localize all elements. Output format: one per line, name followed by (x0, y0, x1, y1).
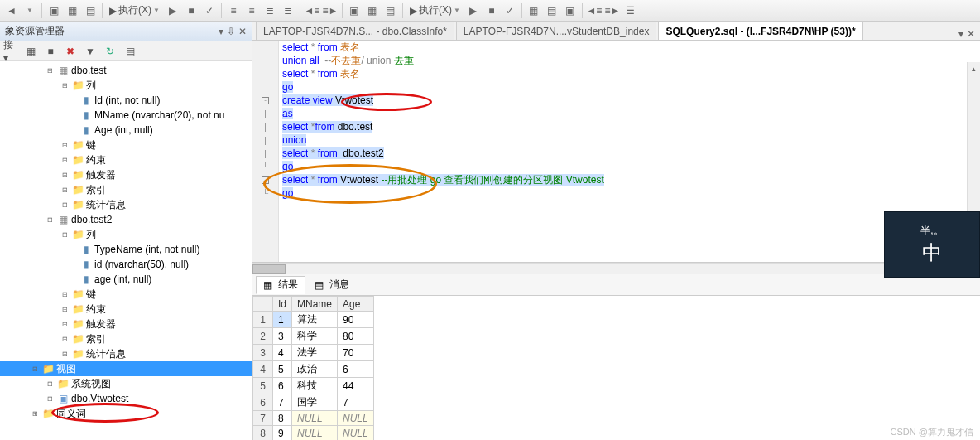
cell[interactable]: 算法 (292, 312, 338, 328)
table-row[interactable]: 67国学7 (253, 394, 374, 411)
cell[interactable]: 科学 (292, 328, 338, 345)
table-row[interactable]: 45政治6 (253, 361, 374, 378)
editor-h-scrollbar[interactable] (252, 263, 980, 274)
tool-icon-2[interactable]: ▦ (64, 2, 80, 19)
cell[interactable]: 4 (273, 345, 292, 361)
tree-column[interactable]: ▮TypeName (int, not null) (0, 242, 252, 257)
cell[interactable]: 2 (253, 328, 273, 345)
tree-folder-constraints[interactable]: ⊞📁约束 (0, 152, 252, 167)
grid-icon[interactable]: ▦ (526, 2, 542, 19)
table-row[interactable]: 56科技44 (253, 378, 374, 394)
cell[interactable]: 4 (253, 361, 273, 378)
tree-folder-keys[interactable]: ⊞📁键 (0, 287, 252, 302)
cell[interactable]: 1 (253, 312, 273, 328)
tree-folder-constraints[interactable]: ⊞📁约束 (0, 302, 252, 317)
cell[interactable]: NULL (292, 411, 338, 426)
tab-classinfo[interactable]: LAPTOP-FJSR4D7N.S... - dbo.ClassInfo* (256, 22, 454, 40)
stop-icon[interactable]: ■ (43, 44, 58, 59)
table-row[interactable]: 78NULLNULL (253, 411, 374, 426)
indent-right-icon[interactable]: ≡ (243, 2, 260, 19)
tree-folder-indexes[interactable]: ⊞📁索引 (0, 182, 252, 197)
extra-icon-1[interactable]: ◄≡ (586, 2, 603, 19)
misc-icon-c[interactable]: ▤ (382, 2, 399, 19)
cell[interactable]: 6 (338, 361, 374, 378)
cell[interactable]: 9 (273, 426, 292, 441)
tool-icon-1[interactable]: ▣ (46, 2, 62, 19)
indent-left-icon[interactable]: ≡ (225, 2, 242, 19)
stop-icon-2[interactable]: ■ (483, 2, 500, 19)
tree-folder-indexes[interactable]: ⊞📁索引 (0, 331, 252, 346)
cell[interactable]: NULL (292, 426, 338, 441)
tree-folder-synonyms[interactable]: ⊞📁同义词 (0, 406, 252, 421)
tree-folder-columns[interactable]: ⊟📁列 (0, 78, 252, 93)
cell[interactable]: NULL (338, 426, 374, 441)
outdent-icon[interactable]: ◄≡ (304, 2, 320, 19)
table-row[interactable]: 89NULLNULL (253, 426, 374, 441)
tree-column[interactable]: ▮Id (int, not null) (0, 93, 252, 108)
cell[interactable]: 8 (253, 426, 273, 441)
cell[interactable]: 法学 (292, 345, 338, 361)
pin-icon[interactable]: ⇩ (227, 26, 235, 37)
column-header[interactable]: Age (338, 297, 374, 312)
column-header[interactable]: MName (292, 297, 338, 312)
tree-column[interactable]: ▮age (int, null) (0, 272, 252, 287)
sql-editor[interactable]: - | | | | └ - └ select * from 表名 union a… (252, 41, 980, 263)
comment-icon[interactable]: ≣ (262, 2, 278, 19)
tree-view[interactable]: ⊟▦dbo.test ⊟📁列 ▮Id (int, not null) ▮MNam… (0, 61, 252, 440)
dropdown-icon[interactable]: ▾ (219, 26, 223, 37)
tab-sqlquery2[interactable]: SQLQuery2.sql - (l...FJSR4D7N\HP (53))* (658, 22, 862, 40)
filter-icon[interactable]: ▼ (83, 44, 98, 59)
connect-label[interactable]: 接 ▾ (3, 44, 18, 59)
disconnect-icon[interactable]: ▦ (23, 44, 38, 59)
tree-folder-keys[interactable]: ⊞📁键 (0, 138, 252, 152)
uncomment-icon[interactable]: ≣ (280, 2, 296, 19)
cell[interactable]: NULL (338, 411, 374, 426)
text-icon[interactable]: ▤ (544, 2, 560, 19)
tree-folder-triggers[interactable]: ⊞📁触发器 (0, 167, 252, 182)
tree-folder-sysviews[interactable]: ⊞📁系统视图 (0, 376, 252, 391)
tab-vstudentdb[interactable]: LAPTOP-FJSR4D7N....vStudentDB_index (456, 22, 657, 40)
cell[interactable]: 5 (273, 361, 292, 378)
tree-folder-stats[interactable]: ⊞📁统计信息 (0, 346, 252, 361)
column-header[interactable] (253, 297, 273, 312)
cell[interactable]: 政治 (292, 361, 338, 378)
cell[interactable]: 80 (338, 328, 374, 345)
extra-icon-3[interactable]: ☰ (622, 2, 639, 19)
tab-close-icon[interactable]: ✕ (967, 28, 975, 40)
stop-icon[interactable]: ■ (183, 2, 199, 19)
cell[interactable]: 3 (253, 345, 273, 361)
file-icon[interactable]: ▣ (562, 2, 579, 19)
misc-icon-a[interactable]: ▣ (346, 2, 363, 19)
cell[interactable]: 5 (253, 378, 273, 394)
cell[interactable]: 3 (273, 328, 292, 345)
tree-view-vtwotest[interactable]: ⊞▣dbo.Vtwotest (0, 391, 252, 406)
cell[interactable]: 90 (338, 312, 374, 328)
dropdown-icon[interactable]: ▼ (22, 2, 38, 19)
cell[interactable]: 8 (273, 411, 292, 426)
table-row[interactable]: 23科学80 (253, 328, 374, 345)
tab-results[interactable]: ▦结果 (256, 276, 305, 294)
cell[interactable]: 44 (338, 378, 374, 394)
cell[interactable]: 科技 (292, 378, 338, 394)
tree-folder-views[interactable]: ⊟📁视图 (0, 361, 252, 376)
column-header[interactable]: Id (273, 297, 292, 312)
delete-icon[interactable]: ✖ (63, 44, 78, 59)
cell[interactable]: 7 (253, 411, 273, 426)
cell[interactable]: 70 (338, 345, 374, 361)
indent-icon[interactable]: ≡► (322, 2, 339, 19)
tree-column[interactable]: ▮Age (int, null) (0, 123, 252, 138)
tree-table-test2[interactable]: ⊟▦dbo.test2 (0, 212, 252, 227)
parse-icon-2[interactable]: ✓ (502, 2, 518, 19)
tab-messages[interactable]: ▤消息 (307, 276, 357, 294)
execute-button[interactable]: ▶ 执行(X) ▼ (106, 2, 163, 19)
cell[interactable]: 6 (273, 378, 292, 394)
scroll-up-icon[interactable]: ▴ (968, 62, 980, 75)
results-grid[interactable]: IdMNameAge11算法9023科学8034法学7045政治656科技446… (252, 296, 980, 440)
report-icon[interactable]: ▤ (122, 44, 137, 59)
debug-icon-2[interactable]: ▶ (465, 2, 482, 19)
table-row[interactable]: 34法学70 (253, 345, 374, 361)
parse-icon[interactable]: ✓ (201, 2, 218, 19)
tab-dropdown-icon[interactable]: ▾ (958, 28, 963, 40)
debug-icon[interactable]: ▶ (165, 2, 181, 19)
misc-icon-b[interactable]: ▦ (364, 2, 381, 19)
